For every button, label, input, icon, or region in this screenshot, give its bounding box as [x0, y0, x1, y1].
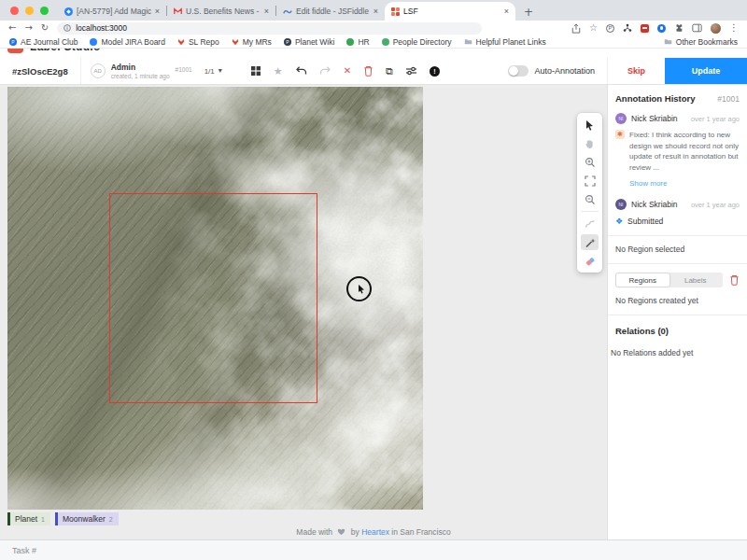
tab-gmail[interactable]: U.S. Benefits News - Open En × — [167, 2, 275, 21]
task-panel-bar[interactable]: Task # — [0, 539, 747, 560]
url-text: localhost:3000 — [76, 23, 127, 33]
update-button[interactable]: Update — [665, 58, 747, 84]
bookmark-hr[interactable]: HR — [346, 37, 369, 47]
extension-red-icon[interactable] — [641, 24, 649, 33]
other-bookmarks[interactable]: Other Bookmarks — [664, 37, 738, 47]
bookmark-icon: P — [9, 38, 17, 46]
task-panel-label: Task # — [0, 546, 36, 555]
site-info-icon[interactable] — [63, 24, 71, 32]
profile-avatar[interactable] — [711, 23, 721, 34]
created-time: created, 1 minute ago — [111, 73, 170, 79]
show-more-link[interactable]: Show more — [629, 179, 667, 188]
label-studio-favicon — [391, 7, 400, 16]
bookmark-people-directory[interactable]: People Directory — [382, 37, 452, 47]
no-region-selected-text: No Region selected — [615, 236, 740, 254]
gmail-favicon — [174, 7, 182, 15]
grid-view-icon[interactable] — [250, 65, 261, 77]
extension-blue-icon[interactable] — [657, 24, 666, 33]
maximize-window-button[interactable] — [40, 7, 49, 15]
brush-tool[interactable] — [581, 216, 599, 231]
window-controls — [0, 0, 58, 21]
tab-title: U.S. Benefits News - Open En — [186, 7, 261, 16]
history-title: Annotation History — [615, 93, 696, 104]
brush-cursor — [346, 276, 372, 301]
tab-lsf-active[interactable]: LSF × — [385, 2, 515, 21]
bookmark-model-jira-board[interactable]: Model JIRA Board — [90, 37, 165, 47]
history-comment-text: Fixed: I think according to new design w… — [629, 130, 740, 173]
tab-title: LSF — [403, 7, 500, 16]
chrome-menu-icon[interactable]: ⋮ — [729, 23, 739, 33]
move-tool[interactable] — [581, 117, 599, 133]
info-icon[interactable]: ! — [430, 66, 440, 77]
annotation-pager: 1/1 — [204, 67, 215, 76]
forward-icon[interactable]: → — [24, 23, 32, 33]
url-input[interactable]: localhost:3000 — [57, 22, 482, 35]
bookmark-planet-wiki[interactable]: PPlanet Wiki — [284, 37, 335, 47]
bookmark-star-icon[interactable]: ☆ — [589, 23, 598, 33]
zoom-out-tool[interactable] — [581, 191, 599, 207]
reload-icon[interactable]: ↻ — [41, 23, 49, 33]
workspace: Planet 1 Moonwalker 2 Made with by Heart… — [0, 85, 747, 539]
submitted-status-text: Submitted — [627, 217, 663, 226]
avatar: NI — [615, 199, 627, 210]
magic-wand-tool[interactable] — [581, 234, 599, 250]
zoom-in-tool[interactable] — [581, 154, 599, 170]
tab-title: Edit fiddle - JSFiddle - Code P — [296, 7, 370, 16]
undo-icon[interactable] — [295, 65, 307, 77]
label-studio-logo-icon — [7, 49, 23, 53]
bookmark-ae-journal-club[interactable]: PAE Journal Club — [9, 37, 78, 47]
tab-close-icon[interactable]: × — [264, 7, 269, 16]
tab-close-icon[interactable]: × — [504, 7, 509, 16]
delete-regions-icon[interactable] — [729, 274, 740, 286]
annotation-selector[interactable]: AD Admin created, 1 minute ago #1001 1/1… — [81, 63, 232, 79]
image-canvas[interactable] — [7, 87, 423, 510]
tab-close-icon[interactable]: × — [374, 7, 378, 16]
bookmark-sl-repo[interactable]: SL Repo — [177, 37, 219, 47]
extension-tree-icon[interactable] — [623, 23, 632, 33]
new-tab-button[interactable]: + — [524, 7, 533, 18]
redo-icon[interactable] — [319, 65, 331, 77]
annotation-id: #1001 — [176, 66, 192, 73]
heart-icon — [336, 527, 346, 536]
reject-icon[interactable]: ✕ — [344, 66, 351, 76]
bookmark-helpful-planet-links[interactable]: Helpful Planet Links — [464, 37, 546, 47]
delete-icon[interactable] — [363, 65, 374, 77]
tab-labels[interactable]: Labels — [669, 273, 723, 287]
auto-annotation-toggle[interactable] — [508, 65, 529, 77]
bookmark-my-mrs[interactable]: My MRs — [232, 37, 272, 47]
user-avatar: AD — [91, 63, 106, 78]
history-entry[interactable]: NI Nick Skriabin over 1 year ago — [615, 199, 740, 210]
chevron-down-icon[interactable]: ▾ — [218, 67, 222, 75]
pan-tool[interactable] — [581, 135, 599, 151]
skip-button[interactable]: Skip — [607, 58, 665, 84]
back-icon[interactable]: ← — [8, 23, 16, 33]
submitted-status-icon: ❖ — [615, 217, 623, 226]
tab-close-icon[interactable]: × — [155, 7, 160, 16]
eraser-tool[interactable] — [581, 253, 599, 269]
extension-p-icon[interactable]: P — [606, 24, 614, 33]
tab-regions[interactable]: Regions — [616, 273, 669, 287]
jsfiddle-favicon — [283, 8, 292, 15]
history-entry[interactable]: NI Nick Skriabin over 1 year ago — [615, 113, 740, 124]
duplicate-icon[interactable]: ⧉ — [386, 66, 393, 77]
region-bounding-box[interactable] — [109, 193, 317, 403]
close-window-button[interactable] — [10, 7, 19, 15]
jira-favicon — [64, 7, 73, 16]
minimize-window-button[interactable] — [25, 7, 34, 15]
label-tag-planet[interactable]: Planet 1 — [7, 512, 50, 525]
tab-jira[interactable]: [AN-5779] Add Magic Wand fu × — [58, 2, 166, 21]
extensions-puzzle-icon[interactable] — [674, 23, 684, 33]
star-icon[interactable]: ★ — [274, 66, 283, 77]
heartex-link[interactable]: Heartex — [361, 527, 389, 537]
bookmarks-bar: PAE Journal Club Model JIRA Board SL Rep… — [0, 35, 747, 49]
hotkey-badge: 2 — [109, 516, 113, 523]
share-icon[interactable] — [571, 23, 581, 34]
tab-jsfiddle[interactable]: Edit fiddle - JSFiddle - Code P × — [276, 2, 385, 21]
task-code: #zSlOscE2g8 — [0, 66, 80, 77]
settings-sliders-icon[interactable] — [405, 66, 417, 76]
history-annotation-id: #1001 — [717, 94, 740, 104]
fit-screen-tool[interactable] — [581, 173, 599, 189]
label-tag-moonwalker[interactable]: Moonwalker 2 — [55, 512, 119, 525]
browser-tabstrip: [AN-5779] Add Magic Wand fu × U.S. Benef… — [0, 0, 747, 21]
side-panel-icon[interactable] — [692, 23, 702, 33]
